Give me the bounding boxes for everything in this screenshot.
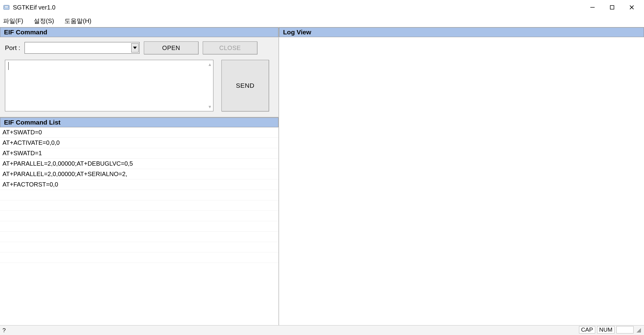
command-list-body: AT+SWATD=0 AT+ACTIVATE=0,0,0 AT+SWATD=1 … <box>0 127 278 325</box>
content-area: EIF Command Port : OPEN CLOSE <box>0 27 644 325</box>
chevron-down-icon <box>131 43 139 52</box>
send-button-label: SEND <box>236 82 254 89</box>
status-empty <box>616 326 634 333</box>
status-cap: CAP <box>579 326 595 333</box>
close-button-label: CLOSE <box>219 44 241 52</box>
list-item[interactable]: AT+FACTORST=0,0 <box>0 179 278 190</box>
open-button[interactable]: OPEN <box>144 41 198 54</box>
menu-file[interactable]: 파일(F) <box>2 16 25 26</box>
maximize-button[interactable] <box>602 1 622 13</box>
svg-marker-6 <box>133 47 137 49</box>
port-combobox[interactable] <box>25 42 140 54</box>
log-view-body <box>279 37 644 325</box>
scroll-up-icon[interactable]: ▲ <box>208 62 212 67</box>
command-row: ▲ ▼ SEND <box>5 60 274 111</box>
svg-rect-1 <box>5 6 8 8</box>
text-caret <box>8 62 9 70</box>
list-item[interactable]: AT+PARALLEL=2,0,00000;AT+DEBUGLVC=0,5 <box>0 159 278 169</box>
menu-help[interactable]: 도움말(H) <box>63 16 93 26</box>
list-item[interactable]: . <box>0 252 278 263</box>
list-item[interactable]: . <box>0 211 278 221</box>
window-title: SGTKEif ver1.0 <box>13 4 56 11</box>
list-item[interactable]: . <box>0 221 278 232</box>
eif-command-body: Port : OPEN CLOSE ▲ <box>0 37 278 117</box>
menu-bar: 파일(F) 설정(S) 도움말(H) <box>0 15 644 27</box>
left-column: EIF Command Port : OPEN CLOSE <box>0 27 279 325</box>
window-controls <box>583 1 642 13</box>
status-bar: ? CAP NUM <box>0 325 644 335</box>
title-bar: SGTKEif ver1.0 <box>0 0 644 15</box>
list-item[interactable]: . <box>0 200 278 211</box>
log-view-header: Log View <box>279 27 644 37</box>
port-row: Port : OPEN CLOSE <box>5 41 274 54</box>
eif-command-list-header: EIF Command List <box>0 117 278 127</box>
list-item[interactable]: AT+ACTIVATE=0,0,0 <box>0 138 278 148</box>
minimize-button[interactable] <box>583 1 602 13</box>
port-label: Port : <box>5 44 20 52</box>
close-button-port[interactable]: CLOSE <box>203 41 257 54</box>
list-item[interactable]: . <box>0 190 278 200</box>
send-button[interactable]: SEND <box>221 60 269 111</box>
command-input[interactable]: ▲ ▼ <box>5 60 213 111</box>
status-left: ? <box>2 327 6 334</box>
list-item[interactable]: . <box>0 232 278 242</box>
eif-command-header: EIF Command <box>0 27 278 37</box>
list-item[interactable]: AT+SWATD=1 <box>0 148 278 159</box>
status-num: NUM <box>597 326 615 333</box>
list-item[interactable]: . <box>0 242 278 252</box>
list-item[interactable]: AT+PARALLEL=2,0,00000;AT+SERIALNO=2, <box>0 169 278 179</box>
list-item[interactable]: AT+SWATD=0 <box>0 127 278 138</box>
svg-rect-3 <box>610 6 614 9</box>
right-column: Log View <box>279 27 644 325</box>
app-icon <box>3 4 10 11</box>
close-button[interactable] <box>622 1 642 13</box>
menu-settings[interactable]: 설정(S) <box>33 16 56 26</box>
resize-grip-icon[interactable] <box>635 327 641 333</box>
open-button-label: OPEN <box>162 44 180 52</box>
scroll-down-icon[interactable]: ▼ <box>208 104 212 109</box>
